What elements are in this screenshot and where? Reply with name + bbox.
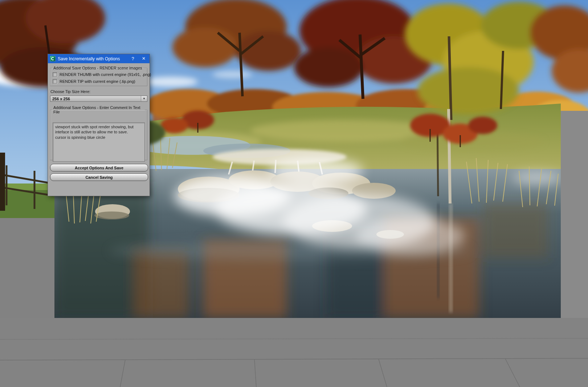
cancel-button[interactable]: Cancel Saving (50, 173, 148, 181)
dialog-titlebar[interactable]: Save Incrementally with Options ? ✕ (48, 54, 150, 63)
tip-size-label: Choose Tip Size Here: (50, 89, 147, 94)
tip-size-dropdown[interactable]: 256 x 256 ▼ (50, 96, 147, 102)
chevron-down-icon[interactable]: ▼ (141, 96, 147, 101)
render-options-group: Additional Save Options - RENDER scene i… (50, 66, 147, 86)
comment-textarea[interactable]: viewport stuck with spot render showing,… (53, 122, 145, 162)
render-thumb-row: RENDER THUMB with current engine (91x91,… (53, 72, 145, 77)
dialog-title: Save Incrementally with Options (58, 56, 126, 61)
close-button[interactable]: ✕ (139, 54, 148, 63)
render-thumb-label: RENDER THUMB with current engine (91x91,… (60, 72, 151, 77)
app-window: Save Incrementally with Options ? ✕ Addi… (0, 0, 588, 387)
render-tip-row: RENDER TIP with current engine (.tip.png… (53, 79, 145, 84)
render-tip-label: RENDER TIP with current engine (.tip.png… (60, 79, 135, 84)
render-options-group-label: Additional Save Options - RENDER scene i… (52, 66, 143, 70)
comment-group: Additional Save Options - Enter Comment … (50, 105, 147, 160)
dialog-body: Additional Save Options - RENDER scene i… (48, 63, 150, 181)
render-tip-checkbox[interactable] (53, 79, 57, 84)
app-icon (50, 56, 56, 61)
render-thumb-checkbox[interactable] (53, 72, 57, 77)
tip-size-value: 256 x 256 (50, 96, 141, 101)
accept-button[interactable]: Accept Options And Save (50, 164, 148, 172)
comment-group-label: Additional Save Options - Enter Comment … (52, 105, 145, 114)
save-options-dialog: Save Incrementally with Options ? ✕ Addi… (48, 54, 150, 196)
help-button[interactable]: ? (128, 54, 137, 63)
